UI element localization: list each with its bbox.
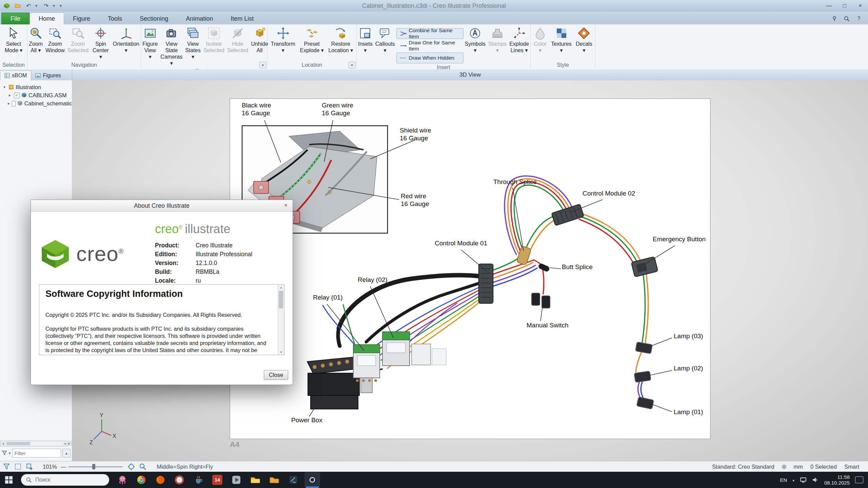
zoom-window-button[interactable]: Zoom Window	[44, 25, 66, 55]
copyright-box[interactable]: Software Copyright Information Copyright…	[39, 284, 284, 355]
start-button[interactable]	[0, 472, 18, 488]
standard-label[interactable]: Standard: Creo Standard	[712, 464, 774, 470]
add-select-icon[interactable]	[24, 462, 35, 471]
expand-icon[interactable]: ▸	[7, 93, 12, 98]
filter-input[interactable]	[12, 449, 61, 458]
symbols-button[interactable]: Symbols ▾	[463, 25, 487, 55]
open-file-icon[interactable]	[14, 2, 22, 10]
expand-icon[interactable]: ▸	[7, 101, 10, 106]
units-label[interactable]: mm	[794, 464, 803, 470]
scroll-left-icon[interactable]: ◂	[0, 441, 6, 446]
pin-ribbon-icon[interactable]	[831, 15, 838, 22]
zoom-slider[interactable]	[68, 463, 123, 470]
file-explorer-icon[interactable]	[248, 472, 263, 488]
preset-explode-button[interactable]: Preset Explode ▾	[299, 25, 325, 55]
browser-app-icon[interactable]	[172, 472, 187, 488]
zoom-selected-button[interactable]: Zoom Selected	[66, 25, 90, 55]
dialog-scrollbar[interactable]: ▴ ▾	[278, 285, 284, 355]
zoom-all-button[interactable]: Zoom All ▾	[27, 25, 44, 55]
snap-mode[interactable]: Smart	[844, 464, 859, 470]
figure-view-button[interactable]: Figure View ▾	[141, 25, 159, 61]
zoom-out-icon[interactable]: —	[60, 464, 66, 470]
combine-for-same-item-toggle[interactable]: Combine for Same Item	[396, 28, 463, 39]
scroll-down-icon[interactable]: ▾	[278, 349, 284, 355]
fit-view-icon[interactable]	[126, 462, 136, 471]
tab-tools[interactable]: Tools	[99, 13, 131, 24]
hidden-icons-chevron[interactable]: ▴	[792, 478, 794, 482]
checkbox-unchecked[interactable]	[12, 101, 16, 106]
chrome-app-icon[interactable]	[134, 472, 149, 488]
creo-illustrate-app-icon[interactable]	[304, 472, 320, 488]
octopus-app-icon[interactable]	[115, 472, 130, 488]
app-14-icon[interactable]: 14	[210, 472, 225, 488]
tree-item-illustration[interactable]: ▾ Illustration	[0, 83, 72, 91]
tab-animation[interactable]: Animation	[177, 13, 222, 24]
tab-sbom[interactable]: sBOM	[0, 70, 31, 80]
textures-button[interactable]: Textures ▾	[550, 25, 573, 55]
redo-icon[interactable]: ↷	[42, 2, 50, 10]
draw-one-for-same-item-toggle[interactable]: Draw One for Same Item	[396, 40, 463, 51]
callouts-button[interactable]: Callouts ▾	[374, 25, 396, 55]
minimize-button[interactable]: —	[821, 0, 837, 12]
taskbar-clock[interactable]: 11:58 08.10.2025	[824, 474, 850, 486]
close-button[interactable]: Close	[264, 370, 288, 380]
panel-collapse-icon[interactable]: ▴	[62, 449, 71, 458]
tree-item-cabling-asm[interactable]: ▸ ✓ CABLING.ASM	[0, 91, 72, 99]
restore-location-button[interactable]: Restore Location ▾	[327, 25, 354, 55]
explode-lines-button[interactable]: Explode Lines ▾	[508, 25, 530, 55]
filter-dropdown-icon[interactable]: ▾	[9, 451, 11, 455]
taskbar-search[interactable]	[21, 474, 109, 486]
network-icon[interactable]	[800, 476, 807, 483]
search-icon[interactable]	[843, 15, 850, 22]
taskbar-search-input[interactable]	[35, 476, 87, 483]
spin-center-button[interactable]: Spin Center ▾	[90, 25, 112, 61]
language-indicator[interactable]: EN	[780, 477, 787, 483]
draw-when-hidden-toggle[interactable]: Draw When Hidden	[396, 53, 463, 63]
tab-sectioning[interactable]: Sectioning	[131, 13, 177, 24]
tab-figure[interactable]: Figure	[64, 13, 99, 24]
filter-funnel-icon[interactable]	[1, 450, 7, 456]
isolate-selected-button[interactable]: Isolate Selected	[202, 25, 226, 55]
undo-icon[interactable]: ↶	[24, 2, 33, 10]
scrollbar-thumb[interactable]	[279, 291, 283, 308]
select-filter-icon[interactable]	[1, 462, 12, 471]
display-dialog-launcher-icon[interactable]: ▾	[259, 62, 266, 68]
undo-dropdown-icon[interactable]: ▾	[35, 3, 39, 8]
java-app-icon[interactable]	[191, 472, 206, 488]
close-button[interactable]: ×	[852, 0, 868, 12]
collapse-icon[interactable]: ▾	[2, 85, 7, 89]
box-select-icon[interactable]	[13, 462, 23, 471]
unhide-all-button[interactable]: Unhide All	[250, 25, 270, 55]
scroll-up-icon[interactable]: ▴	[278, 285, 284, 290]
utility-app-icon[interactable]	[285, 472, 301, 488]
view-state-cameras-button[interactable]: View State Cameras ▾	[159, 25, 184, 67]
view-states-button[interactable]: View States ▾	[184, 25, 202, 61]
color-button[interactable]: Color ▾	[532, 25, 548, 55]
zoom-slider-thumb[interactable]	[92, 464, 95, 469]
dialog-close-icon[interactable]: ×	[281, 201, 291, 209]
zoom-region-icon[interactable]	[138, 462, 148, 471]
firefox-app-icon[interactable]	[153, 472, 168, 488]
transform-button[interactable]: Transform ▾	[270, 25, 297, 55]
panel-horizontal-scrollbar[interactable]: ◂ ▸	[0, 441, 68, 447]
tree-item-cabinet-schematic[interactable]: ▸ Cabinet_schematic	[0, 99, 72, 107]
tab-file[interactable]: File	[1, 13, 29, 24]
tab-figures[interactable]: Figures	[31, 71, 65, 80]
location-dialog-launcher-icon[interactable]: ▾	[349, 62, 355, 68]
checkbox-checked[interactable]: ✓	[14, 93, 20, 98]
decals-button[interactable]: Decals ▾	[574, 25, 594, 55]
dialog-title-bar[interactable]: About Creo Illustrate ×	[31, 200, 293, 212]
hide-selected-button[interactable]: Hide Selected	[226, 25, 250, 55]
select-mode-button[interactable]: Select Mode ▾	[3, 25, 24, 55]
folder-app-icon[interactable]	[267, 472, 282, 488]
stamps-button[interactable]: Stamps ▾	[487, 25, 508, 55]
media-app-icon[interactable]	[229, 472, 244, 488]
notification-center-icon[interactable]	[855, 476, 863, 483]
panel-expand-icon[interactable]: ▸	[66, 441, 72, 446]
customize-qat-icon[interactable]: ▾	[60, 3, 64, 8]
orientation-button[interactable]: Orientation ▾	[112, 25, 141, 55]
redo-dropdown-icon[interactable]: ▾	[53, 3, 57, 8]
scroll-thumb[interactable]	[6, 442, 30, 445]
tab-home[interactable]: Home	[29, 13, 64, 24]
help-icon[interactable]: ?	[855, 15, 863, 22]
